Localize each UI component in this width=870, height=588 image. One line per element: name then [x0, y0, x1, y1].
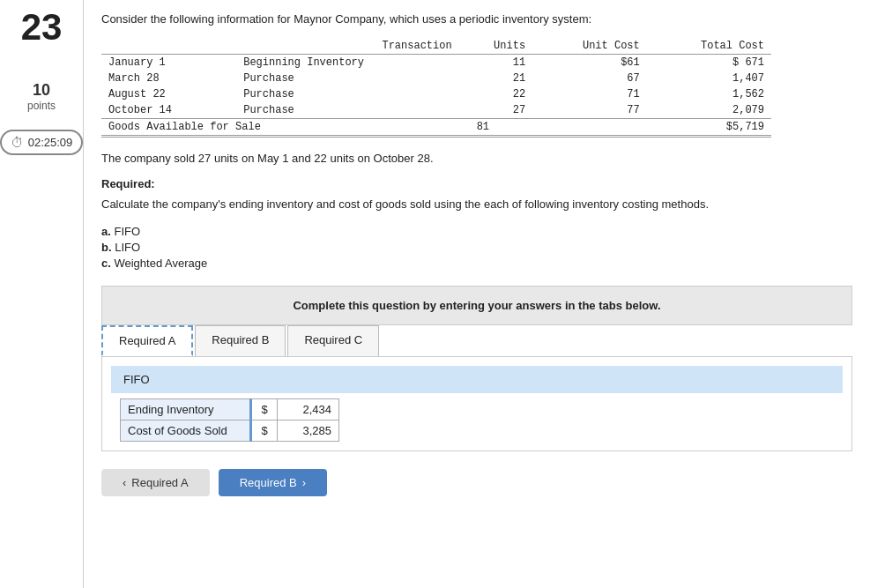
row-units: 21 [459, 71, 532, 86]
row-unit-cost: 71 [532, 86, 647, 102]
inventory-table: Transaction Units Unit Cost Total Cost J… [101, 38, 771, 138]
answer-dollar: $ [251, 399, 278, 421]
row-units: 11 [459, 55, 532, 71]
nav-buttons: ‹ Required A Required B › [101, 469, 852, 496]
methods-list: a. FIFO b. LIFO c. Weighted Average [101, 225, 852, 270]
next-button[interactable]: Required B › [219, 469, 327, 496]
row-units: 27 [459, 102, 532, 119]
row-transaction: Purchase [226, 86, 458, 102]
prev-button-label: Required A [131, 476, 188, 489]
total-units: 81 [459, 119, 532, 137]
answer-value: 2,434 [278, 399, 339, 421]
row-transaction: Purchase [226, 102, 458, 119]
inventory-row: March 28 Purchase 21 67 1,407 [101, 71, 771, 86]
next-button-label: Required B [240, 476, 297, 489]
prev-arrow-icon: ‹ [123, 476, 126, 489]
col-header-total-cost: Total Cost [647, 38, 771, 55]
points-section: 10 points [27, 81, 56, 112]
inventory-row: October 14 Purchase 27 77 2,079 [101, 102, 771, 119]
col-header-date [101, 38, 226, 55]
row-units: 22 [459, 86, 532, 102]
tabs-container: Required A Required B Required C [101, 325, 852, 357]
answer-row: Ending Inventory $ 2,434 [121, 399, 339, 421]
answer-table: Ending Inventory $ 2,434 Cost of Goods S… [120, 398, 339, 442]
row-date: March 28 [101, 71, 226, 86]
inventory-total-row: Goods Available for Sale 81 $5,719 [101, 119, 771, 137]
sidebar: 23 10 points ⏱ 02:25:09 [0, 0, 84, 588]
method-wa: c. Weighted Average [101, 257, 852, 270]
next-arrow-icon: › [302, 476, 306, 489]
row-date: August 22 [101, 86, 226, 102]
row-date: October 14 [101, 102, 226, 119]
points-value: 10 [27, 81, 56, 100]
tab-required-b[interactable]: Required B [195, 325, 286, 356]
answer-label: Cost of Goods Sold [121, 421, 251, 442]
answer-label: Ending Inventory [121, 399, 251, 421]
complete-box-text: Complete this question by entering your … [120, 299, 834, 312]
col-header-transaction: Transaction [226, 38, 458, 55]
row-unit-cost: 67 [532, 71, 647, 86]
complete-box: Complete this question by entering your … [101, 286, 852, 325]
method-fifo: a. FIFO [101, 225, 852, 238]
col-header-unit-cost: Unit Cost [532, 38, 647, 55]
row-total-cost: 1,562 [647, 86, 771, 102]
timer-value: 02:25:09 [28, 136, 73, 149]
total-unit-cost-blank [532, 119, 647, 137]
row-total-cost: 1,407 [647, 71, 771, 86]
method-lifo: b. LIFO [101, 241, 852, 254]
total-label: Goods Available for Sale [101, 119, 459, 137]
timer: ⏱ 02:25:09 [0, 130, 83, 155]
row-date: January 1 [101, 55, 226, 71]
row-total-cost: $ 671 [647, 55, 771, 71]
tab-required-a[interactable]: Required A [101, 325, 193, 356]
question-intro: Consider the following information for M… [101, 12, 852, 26]
sales-text: The company sold 27 units on May 1 and 2… [101, 152, 852, 165]
timer-icon: ⏱ [11, 135, 24, 150]
answer-row: Cost of Goods Sold $ 3,285 [121, 421, 339, 442]
points-label: points [27, 100, 56, 112]
row-total-cost: 2,079 [647, 102, 771, 119]
required-label: Required: [101, 177, 852, 190]
fifo-header: FIFO [111, 366, 843, 393]
answer-area: FIFO Ending Inventory $ 2,434 Cost of Go… [101, 357, 852, 451]
page-container: 23 10 points ⏱ 02:25:09 Consider the fol… [0, 0, 870, 588]
required-desc: Calculate the company's ending inventory… [101, 197, 852, 211]
row-transaction: Beginning Inventory [226, 55, 458, 71]
inventory-row: August 22 Purchase 22 71 1,562 [101, 86, 771, 102]
tab-required-c[interactable]: Required C [287, 325, 379, 356]
prev-button[interactable]: ‹ Required A [101, 469, 210, 496]
question-number: 23 [21, 9, 63, 46]
row-unit-cost: $61 [532, 55, 647, 71]
row-transaction: Purchase [226, 71, 458, 86]
inventory-row: January 1 Beginning Inventory 11 $61 $ 6… [101, 55, 771, 71]
answer-value: 3,285 [278, 421, 339, 442]
col-header-units: Units [459, 38, 532, 55]
answer-dollar: $ [251, 421, 278, 442]
total-cost: $5,719 [647, 119, 771, 137]
main-content: Consider the following information for M… [84, 0, 870, 588]
row-unit-cost: 77 [532, 102, 647, 119]
